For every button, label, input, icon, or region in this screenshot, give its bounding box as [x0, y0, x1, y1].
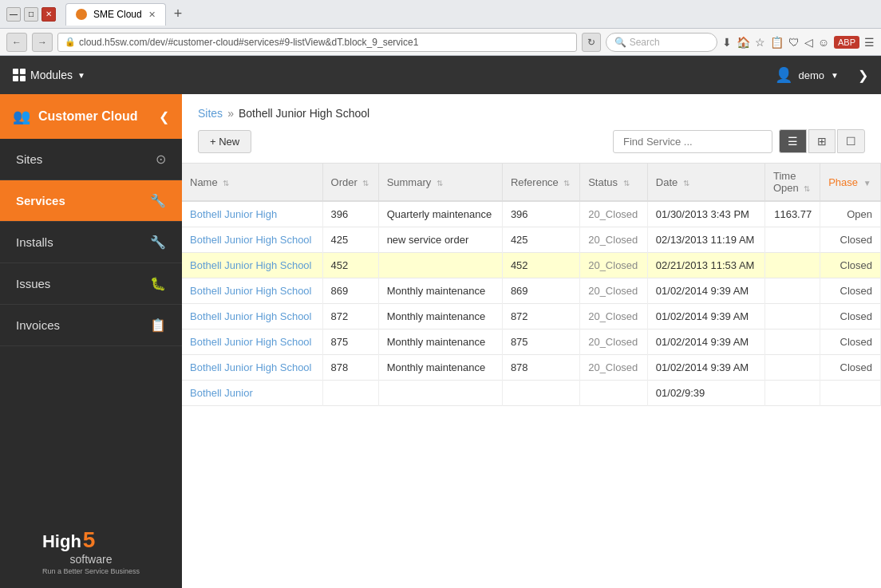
cell-timeopen	[765, 227, 820, 253]
table-row[interactable]: Bothell Junior High School425new service…	[182, 227, 881, 253]
cell-status: 20_Closed	[580, 304, 648, 330]
cell-summary: Monthly maintenance	[378, 355, 502, 381]
table-row[interactable]: Bothell Junior High School878Monthly mai…	[182, 355, 881, 381]
modules-dropdown-icon: ▼	[77, 71, 85, 80]
user-menu[interactable]: 👤 demo ▼	[775, 66, 839, 84]
cell-reference: 396	[502, 201, 579, 227]
sidebar-label-invoices: Invoices	[16, 318, 60, 332]
sort-icon-order: ⇅	[362, 179, 369, 187]
breadcrumb-current: Bothell Junior High School	[239, 107, 369, 120]
cell-name: Bothell Junior	[182, 381, 322, 406]
cell-order: 872	[322, 304, 378, 330]
maximize-button[interactable]: □	[24, 7, 38, 22]
cell-reference: 452	[502, 253, 579, 278]
toolbar: + New ☰ ⊞ ☐	[198, 129, 865, 153]
cell-name: Bothell Junior High School	[182, 355, 322, 381]
cell-order: 878	[322, 355, 378, 381]
toolbar-right: ☰ ⊞ ☐	[613, 129, 865, 153]
close-button[interactable]: ✕	[41, 7, 56, 22]
search-icon: 🔍	[614, 37, 626, 48]
menu-icon[interactable]: ☰	[864, 36, 875, 49]
logo-software-text: software	[42, 553, 140, 566]
services-table-container: Name ⇅ Order ⇅ Summary ⇅ Reference ⇅ Sta…	[182, 164, 881, 588]
sidebar: 👥 Customer Cloud ❮ Sites ⊙ Services 🔧	[0, 94, 182, 588]
lock-icon: 🔒	[65, 37, 76, 47]
cell-reference	[502, 381, 579, 406]
col-header-status: Status ⇅	[580, 164, 648, 201]
table-row[interactable]: Bothell Junior High School872Monthly mai…	[182, 304, 881, 330]
cell-name: Bothell Junior High School	[182, 304, 322, 330]
user-dropdown-icon: ▼	[831, 71, 839, 80]
sort-icon-summary: ⇅	[437, 179, 443, 187]
download-icon[interactable]: ⬇	[722, 36, 732, 49]
cell-date: 02/13/2013 11:19 AM	[647, 227, 764, 253]
search-placeholder: Search	[630, 37, 660, 48]
bookmark-icon[interactable]: ☆	[755, 36, 765, 49]
forward-button[interactable]: →	[32, 33, 53, 52]
content-header: Sites » Bothell Junior High School + New…	[182, 94, 881, 164]
emoji-icon[interactable]: ☺	[818, 36, 829, 49]
cell-order	[322, 381, 378, 406]
table-row[interactable]: Bothell Junior High School45245220_Close…	[182, 253, 881, 278]
cell-date: 01/02/2014 9:39 AM	[647, 330, 764, 355]
sidebar-item-issues[interactable]: Issues 🐛	[0, 263, 182, 305]
table-row[interactable]: Bothell Junior High School869Monthly mai…	[182, 278, 881, 304]
user-avatar-icon: 👤	[775, 66, 792, 84]
table-row[interactable]: Bothell Junior High396Quarterly maintena…	[182, 201, 881, 227]
navigation-bar: ← → 🔒 cloud.h5sw.com/dev/#customer-cloud…	[0, 29, 881, 56]
back-button[interactable]: ←	[6, 33, 27, 52]
address-bar[interactable]: 🔒 cloud.h5sw.com/dev/#customer-cloud#ser…	[57, 33, 577, 52]
cell-reference: 872	[502, 304, 579, 330]
sidebar-item-left: Invoices	[16, 318, 60, 332]
cell-order: 869	[322, 278, 378, 304]
sort-icon-timeopen: ⇅	[804, 184, 810, 193]
cell-status: 20_Closed	[580, 278, 648, 304]
cell-timeopen	[765, 355, 820, 381]
sidebar-collapse-button[interactable]: ❯	[858, 68, 868, 83]
grid-view-button[interactable]: ⊞	[808, 129, 836, 153]
cell-status: 20_Closed	[580, 330, 648, 355]
col-header-phase: Phase ▼	[820, 164, 881, 201]
col-header-date: Date ⇅	[647, 164, 764, 201]
tab-close-button[interactable]: ✕	[148, 10, 156, 20]
browser-search-bar[interactable]: 🔍 Search	[606, 33, 717, 52]
sidebar-item-sites[interactable]: Sites ⊙	[0, 139, 182, 180]
modules-button[interactable]: Modules ▼	[13, 69, 85, 81]
back2-icon[interactable]: ◁	[804, 36, 813, 49]
cell-timeopen	[765, 253, 820, 278]
sidebar-item-services[interactable]: Services 🔧	[0, 180, 182, 222]
cell-phase: Closed	[820, 355, 881, 381]
new-button[interactable]: + New	[198, 130, 251, 153]
home-icon[interactable]: 🏠	[737, 36, 750, 49]
new-tab-button[interactable]: +	[169, 6, 188, 22]
sidebar-item-installs[interactable]: Installs 🔧	[0, 222, 182, 263]
find-service-input[interactable]	[613, 130, 772, 153]
content-area: Sites » Bothell Junior High School + New…	[182, 94, 881, 588]
refresh-button[interactable]: ↻	[582, 33, 601, 52]
sidebar-item-invoices[interactable]: Invoices 📋	[0, 305, 182, 346]
minimize-button[interactable]: —	[6, 7, 21, 22]
sidebar-footer: High 5 software Run a Better Service Bus…	[0, 515, 182, 588]
table-row[interactable]: Bothell Junior01/02/9:39	[182, 381, 881, 406]
browser-tab[interactable]: SME Cloud ✕	[65, 3, 166, 26]
cell-reference: 425	[502, 227, 579, 253]
breadcrumb-sites-link[interactable]: Sites	[198, 107, 223, 120]
col-header-timeopen: TimeOpen ⇅	[765, 164, 820, 201]
single-view-button[interactable]: ☐	[837, 129, 865, 153]
issues-icon: 🐛	[150, 276, 166, 291]
col-header-reference: Reference ⇅	[502, 164, 579, 201]
cell-summary: new service order	[378, 227, 502, 253]
browser-window: — □ ✕ SME Cloud ✕ + ← → 🔒 cloud.h5sw.com…	[0, 0, 881, 588]
app-container: Modules ▼ 👤 demo ▼ ❯ 👥 Customer Cloud	[0, 56, 881, 588]
sidebar-header[interactable]: 👥 Customer Cloud ❮	[0, 94, 182, 139]
table-row[interactable]: Bothell Junior High School875Monthly mai…	[182, 330, 881, 355]
list-view-button[interactable]: ☰	[779, 129, 807, 153]
history-icon[interactable]: 📋	[770, 36, 784, 49]
shield-icon[interactable]: 🛡	[788, 36, 800, 49]
cell-summary: Quarterly maintenance	[378, 201, 502, 227]
cell-status: 20_Closed	[580, 253, 648, 278]
extension-icon[interactable]: ABP	[834, 36, 859, 49]
services-table: Name ⇅ Order ⇅ Summary ⇅ Reference ⇅ Sta…	[182, 164, 881, 406]
cell-name: Bothell Junior High School	[182, 330, 322, 355]
sidebar-label-installs: Installs	[16, 235, 53, 249]
